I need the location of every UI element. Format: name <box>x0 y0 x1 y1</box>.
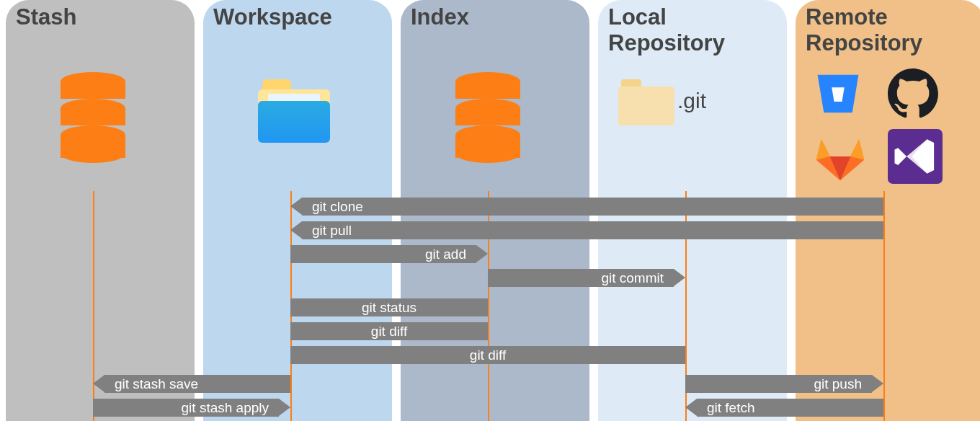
lifeline-remote-repo <box>883 191 885 421</box>
cmd-git-status: git status <box>290 298 488 316</box>
cmd-git-diff-index: git diff <box>290 322 488 340</box>
cmd-git-clone: git clone <box>302 198 883 216</box>
git-folder-label: .git <box>677 89 706 113</box>
cmd-git-add: git add <box>290 245 476 263</box>
cmd-git-pull: git pull <box>302 221 883 239</box>
column-label: Remote Repository <box>806 4 922 56</box>
column-label: Stash <box>16 4 76 30</box>
cmd-label: git clone <box>312 198 363 216</box>
cmd-label: git status <box>290 298 488 316</box>
cmd-git-stash-save: git stash save <box>104 375 290 393</box>
column-label: Index <box>411 4 469 30</box>
visual-studio-icon <box>888 129 943 187</box>
column-stash: Stash <box>6 0 195 421</box>
cmd-label: git pull <box>312 221 352 239</box>
cmd-label: git stash save <box>115 375 198 393</box>
cmd-label: git fetch <box>707 399 755 417</box>
cmd-label: git diff <box>290 322 488 340</box>
cmd-label: git add <box>425 245 466 263</box>
cmd-git-fetch: git fetch <box>697 399 883 417</box>
column-label: Workspace <box>213 4 332 30</box>
cmd-git-diff-local: git diff <box>290 346 685 364</box>
cmd-git-commit: git commit <box>488 269 674 287</box>
cmd-git-stash-apply: git stash apply <box>93 399 279 417</box>
bitbucket-icon <box>813 68 863 122</box>
github-icon <box>888 68 938 122</box>
cmd-label: git stash apply <box>182 399 269 417</box>
cmd-label: git commit <box>601 269 664 287</box>
cmd-label: git diff <box>290 346 685 364</box>
file-explorer-icon <box>258 79 330 143</box>
gitlab-icon <box>813 129 868 187</box>
cmd-label: git push <box>814 375 862 393</box>
column-label: Local Repository <box>608 4 725 56</box>
folder-icon <box>618 79 674 125</box>
database-icon <box>61 72 125 151</box>
database-icon <box>455 72 520 151</box>
cmd-git-push: git push <box>685 375 872 393</box>
remote-logos <box>813 68 964 187</box>
